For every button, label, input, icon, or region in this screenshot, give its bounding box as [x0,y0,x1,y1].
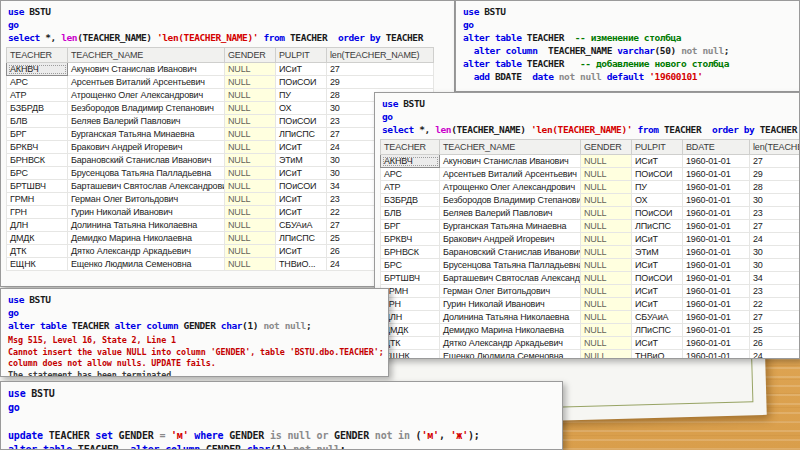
grid-cell[interactable]: БРГ [381,220,440,233]
column-header[interactable]: TEACHER [7,48,68,63]
grid-cell[interactable]: ПОиСОИ [632,207,683,220]
grid-cell[interactable]: ИСиТ [632,233,683,246]
grid-cell[interactable]: Беляев Валерий Павлович [68,115,225,128]
results-grid[interactable]: TEACHERTEACHER_NAMEGENDERPULPITBDATElen(… [380,139,800,359]
grid-cell[interactable]: 29 [750,168,800,181]
column-header[interactable]: BDATE [683,140,750,155]
grid-cell[interactable]: БРГ [7,128,68,141]
grid-cell[interactable]: Брусенцова Татьяна Палладьевна [440,259,581,272]
grid-cell[interactable]: БРТШВЧ [381,272,440,285]
grid-cell[interactable]: Бурганская Татьяна Минаевна [440,220,581,233]
grid-cell[interactable]: Бракович Андрей Игоревич [68,141,225,154]
grid-cell[interactable]: NULL [225,141,276,154]
grid-cell[interactable]: 1960-01-01 [683,181,750,194]
grid-cell[interactable]: БЗБРДВ [381,194,440,207]
grid-cell[interactable]: NULL [225,180,276,193]
grid-cell[interactable]: БРТШВЧ [7,180,68,193]
grid-cell[interactable]: ИСиТ [632,259,683,272]
grid-cell[interactable]: Беляев Валерий Павлович [440,207,581,220]
grid-cell[interactable]: Демидко Марина Николаевна [440,324,581,337]
grid-cell[interactable]: NULL [225,89,276,102]
grid-cell[interactable]: Бурганская Татьяна Минаевна [68,128,225,141]
grid-cell[interactable]: ЕЩНК [7,258,68,271]
grid-cell[interactable]: ПУ [276,89,327,102]
results-grid[interactable]: TEACHERTEACHER_NAMEGENDERPULPITlen(TEACH… [6,47,434,271]
grid-cell[interactable]: ИСиТ [632,155,683,168]
grid-cell[interactable]: 1960-01-01 [683,298,750,311]
grid-cell[interactable]: ГРН [7,206,68,219]
grid-cell[interactable]: Ещенко Людмила Семеновна [68,258,225,271]
column-header[interactable]: len(TEACHER_NAME) [750,140,800,155]
grid-cell[interactable]: NULL [581,298,632,311]
grid-cell[interactable]: АКНВЧ [381,155,440,168]
grid-cell[interactable]: ИСиТ [632,285,683,298]
sql-editor[interactable]: use BSTUgoalter table TEACHER alter colu… [1,289,388,332]
grid-cell[interactable]: СБУАиА [276,219,327,232]
grid-cell[interactable]: ИСиТ [276,167,327,180]
grid-cell[interactable]: Барановский Станислав Иванович [440,246,581,259]
grid-cell[interactable]: АТР [381,181,440,194]
grid-cell[interactable]: ГРМН [381,285,440,298]
grid-cell[interactable]: NULL [225,258,276,271]
grid-cell[interactable]: NULL [225,76,276,89]
grid-cell[interactable]: 1960-01-01 [683,233,750,246]
grid-cell[interactable]: Долинина Татьяна Николаевна [68,219,225,232]
grid-cell[interactable]: БЛВ [381,207,440,220]
grid-cell[interactable]: Долинина Татьяна Николаевна [440,311,581,324]
grid-cell[interactable]: Атрощенко Олег Александрович [440,181,581,194]
grid-cell[interactable]: 26 [750,337,800,350]
grid-cell[interactable]: ПОиСОИ [276,76,327,89]
grid-cell[interactable]: ПОиСОИ [632,272,683,285]
grid-cell[interactable]: ОХ [276,102,327,115]
column-header[interactable]: TEACHER_NAME [440,140,581,155]
grid-cell[interactable]: ИСиТ [632,298,683,311]
grid-cell[interactable]: NULL [581,285,632,298]
grid-cell[interactable]: 24 [750,233,800,246]
grid-cell[interactable]: NULL [225,128,276,141]
column-header[interactable]: TEACHER [381,140,440,155]
grid-cell[interactable]: ДЛН [7,219,68,232]
grid-cell[interactable]: БРС [7,167,68,180]
grid-cell[interactable]: NULL [225,245,276,258]
grid-cell[interactable]: 1960-01-01 [683,272,750,285]
grid-cell[interactable]: NULL [581,155,632,168]
grid-cell[interactable]: ДЛН [381,311,440,324]
grid-cell[interactable]: 1960-01-01 [683,259,750,272]
sql-editor[interactable]: use BSTUgoselect *, len(TEACHER_NAME) 'l… [1,1,454,44]
grid-cell[interactable]: ТНВиО... [632,350,683,360]
grid-cell[interactable]: NULL [581,246,632,259]
grid-cell[interactable]: ЭТиМ [276,154,327,167]
grid-cell[interactable]: ИСиТ [632,337,683,350]
grid-cell[interactable]: Акунович Станислав Иванович [440,155,581,168]
grid-cell[interactable]: ДМДК [7,232,68,245]
grid-cell[interactable]: Барташевич Святослав Александрович [440,272,581,285]
grid-cell[interactable]: 23 [750,285,800,298]
column-header[interactable]: len(TEACHER_NAME) [327,48,434,63]
grid-cell[interactable]: 1960-01-01 [683,311,750,324]
grid-cell[interactable]: ИСиТ [276,63,327,76]
grid-cell[interactable]: ПОиСОИ [632,168,683,181]
grid-cell[interactable]: Ещенко Людмила Семеновна [440,350,581,360]
grid-cell[interactable]: NULL [581,350,632,360]
grid-cell[interactable]: БЛВ [7,115,68,128]
grid-cell[interactable]: NULL [581,194,632,207]
grid-cell[interactable]: NULL [225,154,276,167]
grid-cell[interactable]: Безбородов Владимир Степанович [68,102,225,115]
grid-cell[interactable]: NULL [581,311,632,324]
grid-cell[interactable]: NULL [225,63,276,76]
grid-cell[interactable]: NULL [225,115,276,128]
grid-cell[interactable]: NULL [581,324,632,337]
grid-cell[interactable]: NULL [581,220,632,233]
grid-cell[interactable]: ИСиТ [276,245,327,258]
grid-cell[interactable]: 1960-01-01 [683,194,750,207]
grid-cell[interactable]: Герман Олег Витольдович [68,193,225,206]
grid-cell[interactable]: БРС [381,259,440,272]
grid-cell[interactable]: NULL [581,181,632,194]
grid-cell[interactable]: ПОиСОИ [276,180,327,193]
grid-cell[interactable]: ЛПиСПС [276,232,327,245]
grid-cell[interactable]: 28 [750,181,800,194]
grid-cell[interactable]: АКНВЧ [7,63,68,76]
grid-cell[interactable]: 1960-01-01 [683,168,750,181]
column-header[interactable]: PULPIT [276,48,327,63]
column-header[interactable]: GENDER [225,48,276,63]
